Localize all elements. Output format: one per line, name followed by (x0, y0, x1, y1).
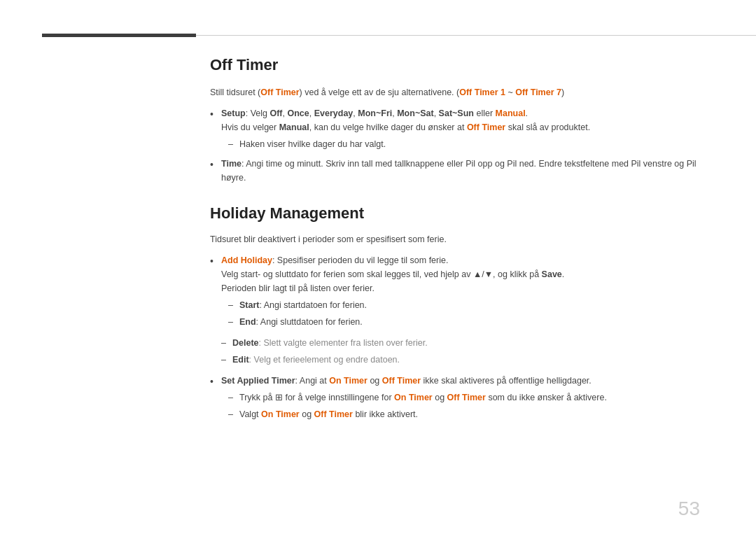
set-applied-text3: ikke skal aktiveres på offentlige hellig… (421, 376, 592, 386)
edit-text: : Velg et ferieelement og endre datoen. (249, 355, 400, 365)
intro-text-3: ) (561, 87, 564, 97)
holiday-title: Holiday Management (210, 204, 700, 223)
setup-subtext-3: skal slå av produktet. (505, 122, 590, 132)
setup-label: Setup (221, 108, 246, 118)
setup-manual: Manual (496, 108, 526, 118)
add-holiday-label: Add Holiday (221, 255, 272, 265)
intro-orange-2: Off Timer 1 (459, 87, 505, 97)
setup-comma2: , (309, 108, 314, 118)
setup-manual-ref: Manual (279, 122, 309, 132)
sub1-text3: og (433, 393, 447, 402)
add-holiday-subtext1: Velg start- og sluttdato for ferien som … (221, 269, 542, 279)
add-holiday-period: . (562, 269, 564, 279)
sub1-text1: Trykk på (239, 393, 275, 402)
sub1-text2: for å velge innstillingene for (283, 393, 394, 402)
setup-offtimer-ref: Off Timer (467, 122, 505, 132)
delete-list: Delete: Slett valgte elementer fra liste… (221, 336, 700, 350)
setup-bullet: Setup: Velg Off, Once, Everyday, Mon~Fri… (210, 106, 700, 151)
holiday-intro: Tidsuret blir deaktivert i perioder som … (210, 232, 700, 246)
end-label: End (239, 317, 256, 327)
add-holiday-bullet: Add Holiday: Spesifiser perioden du vil … (210, 253, 700, 329)
off-timer-ref2: Off Timer (447, 393, 486, 402)
edit-list: Edit: Velg et ferieelement og endre dato… (221, 353, 700, 367)
delete-text: : Slett valgte elementer fra listen over… (259, 338, 428, 348)
top-decoration (0, 34, 756, 37)
sub1-text4: som du ikke ønsker å aktivere. (486, 393, 607, 402)
set-applied-sub1: Trykk på ⊞ for å velge innstillingene fo… (228, 391, 700, 405)
setup-options: Off (270, 108, 282, 118)
setup-eller: eller (474, 108, 496, 118)
setup-sub-list: Haken viser hvilke dager du har valgt. (228, 137, 700, 151)
setup-satsun: Sat~Sun (439, 108, 474, 118)
end-text: : Angi sluttdatoen for ferien. (256, 317, 363, 327)
off-timer-bullet-list: Setup: Velg Off, Once, Everyday, Mon~Fri… (210, 106, 700, 185)
page: Off Timer Still tidsuret (Off Timer) ved… (0, 0, 756, 534)
sub1-icon: ⊞ (275, 393, 283, 402)
intro-text-2: ) ved å velge ett av de sju alternativen… (300, 87, 460, 97)
set-applied-text2: og (368, 376, 382, 386)
holiday-bullet-list: Add Holiday: Spesifiser perioden du vil … (210, 253, 700, 329)
add-holiday-sub-list: Start: Angi startdatoen for ferien. End:… (228, 298, 700, 329)
setup-colon: : Velg (246, 108, 270, 118)
start-label: Start (239, 300, 259, 310)
edit-item: Edit: Velg et ferieelement og endre dato… (221, 353, 700, 367)
delete-label: Delete (232, 338, 259, 348)
main-content: Off Timer Still tidsuret (Off Timer) ved… (210, 56, 700, 492)
start-text: : Angi startdatoen for ferien. (259, 300, 367, 310)
holiday-section: Holiday Management Tidsuret blir deaktiv… (210, 204, 700, 421)
set-applied-sub2: Valgt On Timer og Off Timer blir ikke ak… (228, 407, 700, 421)
on-timer-ref2: On Timer (394, 393, 433, 402)
intro-text-1: Still tidsuret ( (210, 87, 260, 97)
add-holiday-colon: : Spesifiser perioden du vil legge til s… (272, 255, 449, 265)
time-label: Time (221, 159, 241, 169)
end-item: End: Angi sluttdatoen for ferien. (228, 315, 700, 329)
off-timer-section: Off Timer Still tidsuret (Off Timer) ved… (210, 56, 700, 185)
setup-subtext-1: Hvis du velger (221, 122, 279, 132)
setup-comma5: , (434, 108, 439, 118)
set-applied-label: Set Applied Timer (221, 376, 295, 386)
setup-subtext-2: , kan du velge hvilke dager du ønsker at (309, 122, 467, 132)
dark-bar (42, 34, 196, 37)
intro-orange-3: Off Timer 7 (515, 87, 561, 97)
sub2-text3: blir ikke aktivert. (353, 409, 418, 419)
set-applied-bullet-list: Set Applied Timer: Angi at On Timer og O… (210, 374, 700, 421)
set-applied-text1: : Angi at (295, 376, 330, 386)
delete-item: Delete: Slett valgte elementer fra liste… (221, 336, 700, 350)
setup-sub-item-1: Haken viser hvilke dager du har valgt. (228, 137, 700, 151)
on-timer-ref1: On Timer (329, 376, 368, 386)
setup-period: . (526, 108, 528, 118)
setup-everyday: Everyday (314, 108, 354, 118)
off-timer-intro: Still tidsuret (Off Timer) ved å velge e… (210, 85, 700, 99)
time-bullet: Time: Angi time og minutt. Skriv inn tal… (210, 157, 700, 185)
intro-tilde: ~ (505, 87, 515, 97)
setup-comma1: , (283, 108, 288, 118)
add-holiday-subtext2: Perioden blir lagt til på listen over fe… (221, 283, 374, 293)
page-number: 53 (678, 498, 700, 520)
off-timer-ref3: Off Timer (314, 409, 353, 419)
start-item: Start: Angi startdatoen for ferien. (228, 298, 700, 312)
light-bar (196, 35, 756, 36)
setup-monfri: Mon~Fri (358, 108, 392, 118)
off-timer-ref1: Off Timer (382, 376, 421, 386)
edit-label: Edit (232, 355, 249, 365)
set-applied-bullet: Set Applied Timer: Angi at On Timer og O… (210, 374, 700, 421)
intro-orange-1: Off Timer (260, 87, 299, 97)
off-timer-title: Off Timer (210, 56, 700, 74)
sub2-text2: og (300, 409, 314, 419)
setup-once: Once (288, 108, 309, 118)
setup-monsat: Mon~Sat (397, 108, 433, 118)
sub2-text1: Valgt (239, 409, 261, 419)
save-ref: Save (542, 269, 562, 279)
on-timer-ref3: On Timer (261, 409, 300, 419)
set-applied-sub-list: Trykk på ⊞ for å velge innstillingene fo… (228, 391, 700, 421)
time-text: : Angi time og minutt. Skriv inn tall me… (221, 159, 696, 183)
